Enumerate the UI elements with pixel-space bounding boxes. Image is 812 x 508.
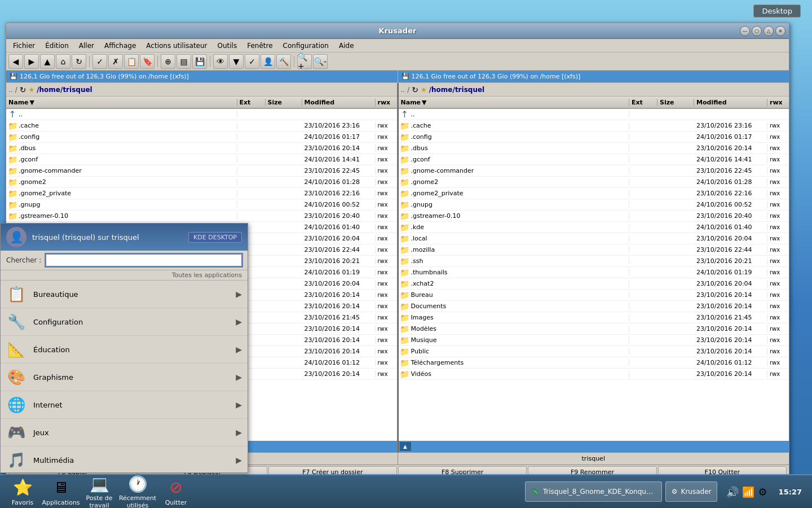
list-item[interactable]: 📁 .ssh 23/10/2016 20:21 rwx xyxy=(399,256,789,267)
kde-menu-category[interactable]: 📐 Éducation ▶ xyxy=(1,336,248,364)
right-col-size[interactable]: Size xyxy=(657,99,694,106)
list-item[interactable]: 📁 .gnome-commander 23/10/2016 22:45 rwx xyxy=(6,165,397,177)
minimize-button[interactable]: — xyxy=(740,26,750,36)
left-col-rwx[interactable]: rwx xyxy=(376,99,397,106)
menu-aide[interactable]: Aide xyxy=(334,41,359,51)
taskbar-recents[interactable]: 🕐 Récemment utilisés xyxy=(120,476,156,507)
save-button[interactable]: 💾 xyxy=(192,54,207,69)
left-col-size[interactable]: Size xyxy=(266,99,302,106)
taskbar-poste[interactable]: 💻 Poste de travail xyxy=(81,476,117,507)
mark-button[interactable]: ✓ xyxy=(245,54,259,69)
menu-actions[interactable]: Actions utilisateur xyxy=(142,41,211,51)
taskbar-applications[interactable]: 🖥 Applications xyxy=(43,476,79,507)
menu-aller[interactable]: Aller xyxy=(74,41,99,51)
list-item[interactable]: 📁 .config 24/10/2016 01:17 rwx xyxy=(399,132,789,143)
list-item[interactable]: 📁 Documents 23/10/2016 20:14 rwx xyxy=(399,301,789,312)
right-refresh-btn[interactable]: ↻ xyxy=(412,85,418,94)
user-button[interactable]: 👤 xyxy=(261,54,275,69)
delete-button[interactable]: ✗ xyxy=(108,54,123,69)
list-item[interactable]: 📁 .local 23/10/2016 20:04 rwx xyxy=(399,233,789,244)
menu-fenetre[interactable]: Fenêtre xyxy=(242,41,277,51)
list-item[interactable]: 📁 .cache 23/10/2016 23:16 rwx xyxy=(6,120,397,132)
list-item[interactable]: 📁 .gconf 24/10/2016 14:41 rwx xyxy=(399,154,789,165)
right-bookmark-btn[interactable]: ★ xyxy=(421,86,427,94)
list-item[interactable]: 📁 Vidéos 23/10/2016 20:14 rwx xyxy=(399,369,789,380)
tray-icon-1[interactable]: 🔊 xyxy=(726,486,739,498)
list-item[interactable]: 📁 .cache 23/10/2016 23:16 rwx xyxy=(399,120,789,132)
list-item[interactable]: 📁 .xchat2 23/10/2016 20:04 rwx xyxy=(399,278,789,290)
list-item[interactable]: 📁 Musique 23/10/2016 20:14 rwx xyxy=(399,335,789,346)
bookmarks-button[interactable]: 🔖 xyxy=(140,54,155,69)
list-item[interactable]: 📁 .dbus 23/10/2016 20:14 rwx xyxy=(6,143,397,154)
zoom-out-button[interactable]: 🔍- xyxy=(313,54,328,69)
filter-button[interactable]: ▼ xyxy=(229,54,244,69)
kde-menu-category[interactable]: 🎵 Multimédia ▶ xyxy=(1,446,248,472)
list-item[interactable]: 📁 .dbus 23/10/2016 20:14 rwx xyxy=(399,143,789,154)
kde-all-apps[interactable]: Toutes les applications xyxy=(1,270,248,281)
taskbar-quitter[interactable]: ⊘ Quitter xyxy=(158,476,194,507)
menu-affichage[interactable]: Affichage xyxy=(100,41,140,51)
list-item[interactable]: 📁 .gstreamer-0.10 23/10/2016 20:40 rwx xyxy=(6,211,397,222)
list-item[interactable]: ↑ .. xyxy=(6,109,397,120)
list-item[interactable]: ↑ .. xyxy=(399,109,789,120)
list-item[interactable]: 📁 .thumbnails 24/10/2016 01:19 rwx xyxy=(399,267,789,278)
kde-menu-category[interactable]: 🌐 Internet ▶ xyxy=(1,391,248,419)
back-button[interactable]: ◀ xyxy=(8,54,23,69)
list-item[interactable]: 📁 .gnome2 24/10/2016 01:28 rwx xyxy=(6,177,397,188)
menu-configuration[interactable]: Configuration xyxy=(279,41,333,51)
list-item[interactable]: 📁 .mozilla 23/10/2016 22:44 rwx xyxy=(399,244,789,256)
home-button[interactable]: ⌂ xyxy=(56,54,70,69)
right-path-nav-up[interactable]: .. xyxy=(401,86,405,94)
copy-button[interactable]: 📋 xyxy=(124,54,139,69)
refresh-button[interactable]: ↻ xyxy=(72,54,86,69)
zoom-in-button[interactable]: 🔍+ xyxy=(297,54,312,69)
kde-menu-category[interactable]: 🎨 Graphisme ▶ xyxy=(1,364,248,391)
new-tab-button[interactable]: ⊕ xyxy=(161,54,175,69)
up-button[interactable]: ▲ xyxy=(40,54,55,69)
left-col-ext[interactable]: Ext xyxy=(237,99,266,106)
left-col-name[interactable]: Name ▼ xyxy=(6,99,237,106)
right-col-name[interactable]: Name ▼ xyxy=(399,99,630,106)
terminal-button[interactable]: ▤ xyxy=(176,54,191,69)
list-item[interactable]: 📁 Public 23/10/2016 20:14 rwx xyxy=(399,346,789,357)
kde-search-input[interactable] xyxy=(46,254,242,266)
kde-menu-category[interactable]: 🔧 Configuration ▶ xyxy=(1,308,248,336)
close-button[interactable]: ✕ xyxy=(775,26,785,36)
list-item[interactable]: 📁 Téléchargements 24/10/2016 01:12 rwx xyxy=(399,357,789,369)
menu-fichier[interactable]: Fichier xyxy=(8,41,39,51)
tray-icon-2[interactable]: 📶 xyxy=(742,486,754,498)
right-col-rwx[interactable]: rwx xyxy=(767,99,789,106)
restore-button[interactable]: ○ xyxy=(752,26,762,36)
list-item[interactable]: 📁 Bureau 23/10/2016 20:14 rwx xyxy=(399,290,789,301)
taskbar-konqueror-btn[interactable]: 🦎 Trisquel_8_Gnome_KDE_Konqueror_1.p... xyxy=(525,481,662,502)
left-path-nav-up[interactable]: .. xyxy=(8,86,13,94)
menu-edition[interactable]: Édition xyxy=(41,41,73,51)
menu-outils[interactable]: Outils xyxy=(213,41,242,51)
forward-button[interactable]: ▶ xyxy=(24,54,39,69)
list-item[interactable]: 📁 .gnome2_private 23/10/2016 22:16 rwx xyxy=(6,188,397,199)
kde-menu-category[interactable]: 📋 Bureautique ▶ xyxy=(1,281,248,308)
list-item[interactable]: 📁 .gnome2 24/10/2016 01:28 rwx xyxy=(399,177,789,188)
taskbar-favoris[interactable]: ⭐ Favoris xyxy=(5,476,41,507)
list-item[interactable]: 📁 .gnupg 24/10/2016 00:52 rwx xyxy=(6,199,397,211)
left-col-modified[interactable]: Modified xyxy=(302,99,376,106)
kde-menu-category[interactable]: 🎮 Jeux ▶ xyxy=(1,419,248,446)
sync-button[interactable]: ✓ xyxy=(92,54,107,69)
list-item[interactable]: 📁 .gnome-commander 23/10/2016 22:45 rwx xyxy=(399,165,789,177)
list-item[interactable]: 📁 .kde 24/10/2016 01:40 rwx xyxy=(399,222,789,233)
list-item[interactable]: 📁 .gconf 24/10/2016 14:41 rwx xyxy=(6,154,397,165)
tool-btn[interactable]: 🔨 xyxy=(276,54,291,69)
right-col-ext[interactable]: Ext xyxy=(629,99,657,106)
list-item[interactable]: 📁 .gstreamer-0.10 23/10/2016 20:40 rwx xyxy=(399,211,789,222)
list-item[interactable]: 📁 Images 23/10/2016 21:45 rwx xyxy=(399,312,789,323)
left-bookmark-btn[interactable]: ★ xyxy=(28,86,34,94)
right-col-modified[interactable]: Modified xyxy=(694,99,767,106)
list-item[interactable]: 📁 .config 24/10/2016 01:17 rwx xyxy=(6,132,397,143)
list-item[interactable]: 📁 .gnome2_private 23/10/2016 22:16 rwx xyxy=(399,188,789,199)
maximize-button[interactable]: △ xyxy=(764,26,774,36)
list-item[interactable]: 📁 .gnupg 24/10/2016 00:52 rwx xyxy=(399,199,789,211)
tray-icon-3[interactable]: ⚙ xyxy=(758,486,767,498)
taskbar-krusader-btn[interactable]: ⚙ Krusader xyxy=(665,481,718,502)
right-file-list[interactable]: ↑ .. 📁 .cache 23/10/2016 23:16 rwx 📁 .co… xyxy=(399,109,789,441)
view-btn[interactable]: 👁 xyxy=(213,54,228,69)
